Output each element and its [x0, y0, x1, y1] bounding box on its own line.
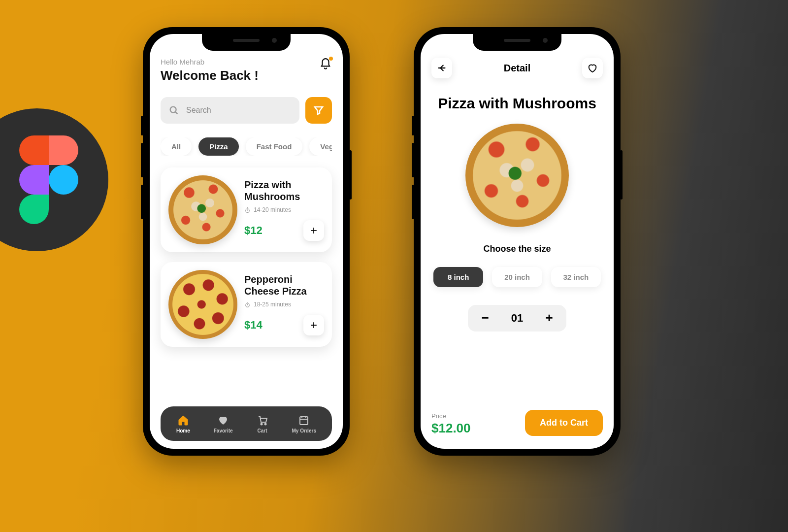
svg-rect-6 — [300, 417, 308, 425]
orders-icon — [298, 414, 310, 426]
product-hero-image — [465, 124, 569, 227]
category-chip-pizza[interactable]: Pizza — [198, 137, 239, 156]
quantity-decrease-button[interactable]: − — [478, 310, 492, 326]
tab-favorite[interactable]: Favorite — [214, 414, 233, 433]
size-option-32[interactable]: 32 inch — [551, 267, 601, 287]
svg-line-1 — [175, 112, 177, 114]
tab-orders[interactable]: My Orders — [292, 414, 316, 433]
heart-icon — [217, 414, 229, 426]
greeting-text: Hello Mehrab — [161, 58, 259, 66]
product-name: Pepperoni Cheese Pizza — [244, 273, 324, 297]
filter-icon — [313, 104, 325, 116]
quantity-stepper: − 01 + — [468, 305, 566, 332]
product-time: 18-25 minutes — [254, 301, 291, 308]
notifications-button[interactable] — [319, 58, 332, 70]
product-time: 14-20 minutes — [254, 206, 291, 213]
home-icon — [177, 414, 189, 426]
filter-button[interactable] — [305, 97, 332, 124]
tab-label: Home — [176, 428, 190, 433]
stopwatch-icon — [244, 301, 251, 308]
tab-label: My Orders — [292, 428, 316, 433]
product-card[interactable]: Pepperoni Cheese Pizza 18-25 minutes $14… — [161, 262, 332, 347]
plus-icon: + — [545, 310, 553, 325]
size-option-8[interactable]: 8 inch — [433, 267, 483, 287]
search-input[interactable]: Search — [161, 97, 299, 124]
product-title: Pizza with Mushrooms — [431, 94, 603, 113]
price-value: $12.00 — [431, 421, 471, 436]
figma-logo-badge — [0, 108, 108, 251]
minus-icon: − — [481, 310, 489, 325]
size-option-20[interactable]: 20 inch — [492, 267, 542, 287]
back-button[interactable] — [431, 58, 452, 78]
product-price: $14 — [244, 319, 263, 332]
search-icon — [168, 105, 179, 116]
bottom-tabbar: Home Favorite Cart My Orders — [161, 406, 332, 441]
add-to-cart-button[interactable]: + — [303, 315, 324, 335]
phone-mock-detail: Detail Pizza with Mushrooms Choose the s… — [414, 27, 621, 456]
add-to-cart-button[interactable]: + — [303, 220, 324, 241]
plus-icon: + — [310, 318, 317, 332]
svg-point-5 — [264, 423, 266, 425]
phone-mock-home: Hello Mehrab Welcome Back ! Search — [143, 27, 350, 456]
product-name: Pizza with Mushrooms — [244, 179, 324, 202]
heart-outline-icon — [587, 63, 598, 73]
svg-point-3 — [246, 303, 250, 307]
quantity-value: 01 — [511, 312, 523, 325]
tab-label: Favorite — [214, 428, 233, 433]
plus-icon: + — [310, 224, 317, 237]
svg-point-0 — [170, 107, 176, 113]
tab-label: Cart — [258, 428, 267, 433]
product-price: $12 — [244, 224, 263, 237]
category-chip-fastfood[interactable]: Fast Food — [246, 137, 303, 156]
product-card[interactable]: Pizza with Mushrooms 14-20 minutes $12 + — [161, 167, 332, 252]
add-to-cart-button[interactable]: Add to Cart — [525, 410, 603, 436]
tab-cart[interactable]: Cart — [257, 414, 268, 433]
cart-icon — [257, 414, 268, 426]
category-chip-vegan[interactable]: Vegan — [309, 137, 332, 156]
tab-home[interactable]: Home — [176, 414, 190, 433]
page-title: Detail — [504, 63, 530, 74]
favorite-button[interactable] — [582, 58, 603, 78]
search-placeholder: Search — [186, 106, 211, 115]
price-label: Price — [431, 412, 471, 420]
figma-logo-icon — [19, 135, 78, 224]
notification-dot-icon — [329, 57, 333, 61]
arrow-left-icon — [436, 63, 447, 73]
welcome-title: Welcome Back ! — [161, 68, 259, 83]
choose-size-label: Choose the size — [431, 244, 603, 254]
svg-point-4 — [261, 423, 262, 425]
stopwatch-icon — [244, 207, 251, 213]
product-image — [168, 270, 237, 339]
category-chip-all[interactable]: All — [161, 137, 192, 156]
quantity-increase-button[interactable]: + — [542, 310, 557, 326]
product-image — [168, 175, 237, 244]
